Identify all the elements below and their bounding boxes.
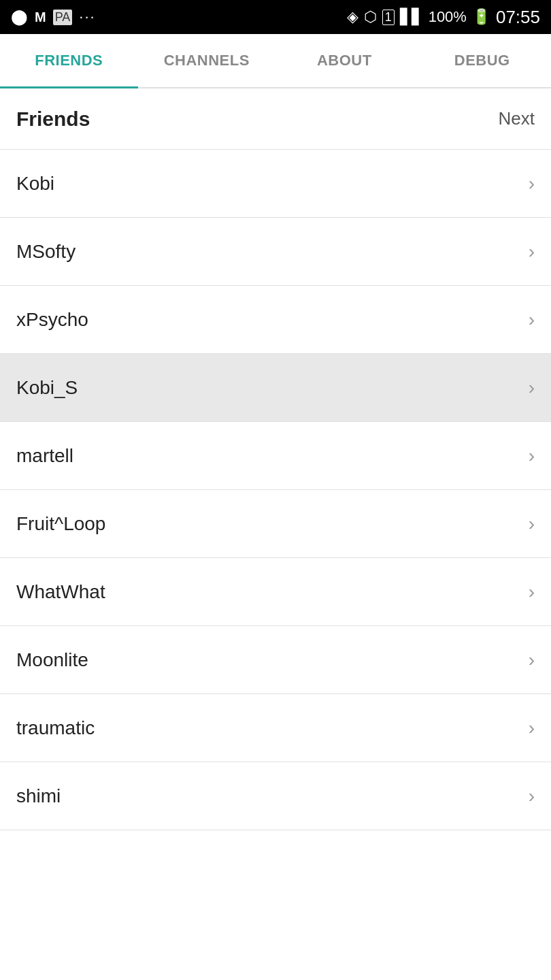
list-item[interactable]: Moonlite› bbox=[0, 626, 551, 694]
friend-name: Moonlite bbox=[16, 649, 88, 671]
location-icon: ◈ bbox=[347, 8, 358, 26]
friend-name: shimi bbox=[16, 785, 61, 807]
friends-list: Kobi›MSofty›xPsycho›Kobi_S›martell›Fruit… bbox=[0, 150, 551, 830]
gmail-icon: M bbox=[35, 10, 46, 25]
chevron-right-icon: › bbox=[529, 377, 535, 399]
next-button[interactable]: Next bbox=[499, 108, 535, 129]
list-item[interactable]: martell› bbox=[0, 422, 551, 490]
list-item[interactable]: Kobi› bbox=[0, 150, 551, 218]
status-bar: ⬤ M PA ··· ◈ ⬡ 1 ▋▋ 100% 🔋 07:55 bbox=[0, 0, 551, 34]
list-item[interactable]: Fruit^Loop› bbox=[0, 490, 551, 558]
tab-channels[interactable]: CHANNELS bbox=[138, 34, 276, 87]
page-header: Friends Next bbox=[0, 88, 551, 150]
friend-name: xPsycho bbox=[16, 309, 88, 331]
chevron-right-icon: › bbox=[529, 513, 535, 535]
whatsapp-icon: ⬤ bbox=[11, 8, 28, 26]
battery-percent: 100% bbox=[429, 8, 467, 26]
friend-name: Kobi bbox=[16, 173, 54, 195]
list-item[interactable]: traumatic› bbox=[0, 694, 551, 762]
friend-name: Fruit^Loop bbox=[16, 513, 105, 535]
chevron-right-icon: › bbox=[529, 309, 535, 331]
list-item[interactable]: Kobi_S› bbox=[0, 354, 551, 422]
list-item[interactable]: xPsycho› bbox=[0, 286, 551, 354]
friend-name: WhatWhat bbox=[16, 581, 105, 603]
chevron-right-icon: › bbox=[529, 241, 535, 263]
doc-icon: PA bbox=[53, 10, 73, 25]
status-time: 07:55 bbox=[496, 7, 540, 28]
list-item[interactable]: MSofty› bbox=[0, 218, 551, 286]
tab-about[interactable]: ABOUT bbox=[276, 34, 414, 87]
status-bar-left: ⬤ M PA ··· bbox=[11, 8, 96, 26]
list-item[interactable]: WhatWhat› bbox=[0, 558, 551, 626]
tab-debug[interactable]: DEBUG bbox=[414, 34, 552, 87]
chevron-right-icon: › bbox=[529, 649, 535, 671]
page-title: Friends bbox=[16, 108, 90, 131]
friend-name: martell bbox=[16, 445, 73, 467]
dots-icon: ··· bbox=[79, 8, 95, 26]
chevron-right-icon: › bbox=[529, 445, 535, 467]
friend-name: traumatic bbox=[16, 717, 95, 739]
chevron-right-icon: › bbox=[529, 717, 535, 739]
chevron-right-icon: › bbox=[529, 173, 535, 195]
signal-icon: ▋▋ bbox=[400, 8, 423, 26]
list-item[interactable]: shimi› bbox=[0, 762, 551, 830]
chevron-right-icon: › bbox=[529, 785, 535, 807]
battery-icon: 🔋 bbox=[472, 8, 490, 26]
sim-badge: 1 bbox=[382, 10, 395, 25]
tab-bar: FRIENDS CHANNELS ABOUT DEBUG bbox=[0, 34, 551, 88]
chevron-right-icon: › bbox=[529, 581, 535, 603]
friend-name: Kobi_S bbox=[16, 377, 78, 399]
friend-name: MSofty bbox=[16, 241, 76, 263]
status-bar-right: ◈ ⬡ 1 ▋▋ 100% 🔋 07:55 bbox=[347, 7, 540, 28]
tab-friends[interactable]: FRIENDS bbox=[0, 34, 138, 87]
wifi-icon: ⬡ bbox=[364, 8, 377, 26]
